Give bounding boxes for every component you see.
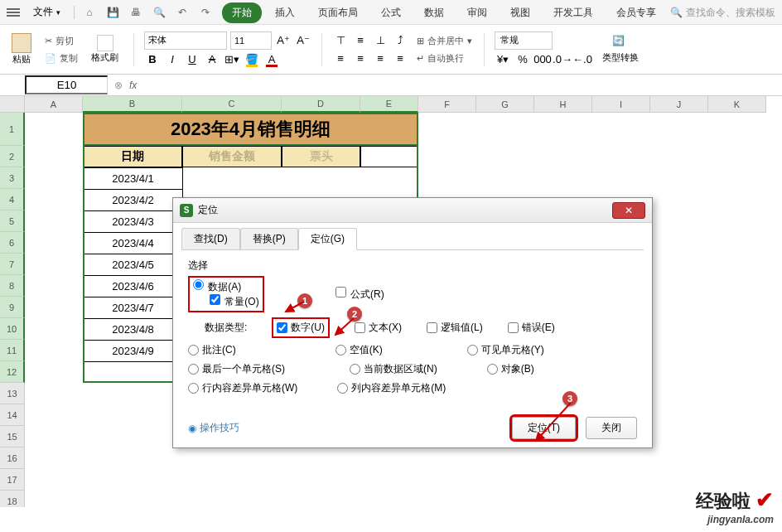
radio-visible[interactable]: 可见单元格(Y) — [467, 343, 544, 357]
ok-button[interactable]: 定位(T) — [512, 417, 576, 439]
date-cell[interactable]: 2023/4/7 — [84, 297, 183, 318]
print-icon[interactable]: 🖶 — [128, 4, 144, 21]
date-cell[interactable]: 2023/4/2 — [84, 189, 183, 210]
row-header[interactable]: 11 — [0, 340, 25, 361]
row-header[interactable]: 13 — [0, 383, 25, 404]
radio-data[interactable]: 数据(A) — [193, 281, 241, 293]
decrease-font-icon[interactable]: A⁻ — [295, 32, 311, 49]
preview-icon[interactable]: 🔍 — [151, 4, 167, 21]
merge-center-button[interactable]: ⊞ 合并居中▾ — [415, 33, 474, 49]
row-header[interactable]: 2 — [0, 146, 25, 167]
align-right-icon[interactable]: ≡ — [372, 51, 389, 67]
row-header[interactable]: 15 — [0, 426, 25, 447]
close-button[interactable]: ✕ — [612, 202, 645, 219]
help-link[interactable]: ◉ 操作技巧 — [188, 421, 239, 435]
close-dialog-button[interactable]: 关闭 — [586, 417, 637, 439]
radio-blank[interactable]: 空值(K) — [335, 343, 383, 357]
header-empty[interactable] — [360, 146, 418, 167]
check-logical[interactable]: 逻辑值(L) — [427, 321, 483, 335]
paste-button[interactable]: 粘贴 — [7, 31, 36, 67]
underline-button[interactable]: U — [184, 51, 200, 68]
strike-button[interactable]: A — [204, 51, 220, 68]
tab-layout[interactable]: 页面布局 — [308, 2, 368, 23]
radio-comment[interactable]: 批注(C) — [188, 343, 236, 357]
wrap-text-button[interactable]: ↵ 自动换行 — [415, 51, 474, 66]
check-text[interactable]: 文本(X) — [355, 321, 402, 335]
home-icon[interactable]: ⌂ — [81, 4, 98, 21]
check-formula[interactable]: 公式(R) — [335, 288, 384, 300]
row-header[interactable]: 16 — [0, 447, 25, 469]
col-header[interactable]: I — [592, 96, 650, 113]
col-header[interactable]: K — [708, 96, 766, 113]
row-header[interactable]: 12 — [0, 361, 25, 383]
decrease-decimal-icon[interactable]: ←.0 — [574, 51, 591, 68]
dialog-titlebar[interactable]: S 定位 ✕ — [173, 198, 652, 223]
radio-last[interactable]: 最后一个单元格(S) — [188, 362, 285, 376]
orientation-icon[interactable]: ⤴ — [392, 32, 408, 49]
col-header[interactable]: J — [650, 96, 708, 113]
align-middle-icon[interactable]: ≡ — [352, 32, 369, 49]
align-left-icon[interactable]: ≡ — [332, 51, 349, 67]
percent-icon[interactable]: % — [514, 51, 531, 68]
header-amount[interactable]: 销售金额 — [182, 146, 282, 167]
radio-col-diff[interactable]: 列内容差异单元格(M) — [337, 381, 446, 395]
undo-icon[interactable]: ↶ — [174, 4, 191, 21]
save-icon[interactable]: 💾 — [104, 4, 121, 21]
italic-button[interactable]: I — [164, 51, 181, 68]
row-header[interactable]: 7 — [0, 254, 25, 275]
font-select[interactable] — [144, 31, 227, 50]
col-header[interactable]: B — [83, 96, 182, 113]
comma-icon[interactable]: 000 — [534, 51, 551, 68]
name-box[interactable] — [25, 75, 108, 94]
row-header[interactable]: 8 — [0, 275, 25, 297]
radio-row-diff[interactable]: 行内容差异单元格(W) — [188, 381, 297, 395]
col-header[interactable]: A — [25, 96, 83, 113]
sheet-title-cell[interactable]: 2023年4月销售明细 — [83, 113, 418, 146]
date-cell[interactable]: 2023/4/9 — [84, 340, 183, 361]
col-header[interactable]: D — [282, 96, 360, 113]
col-header[interactable]: C — [182, 96, 282, 113]
radio-object[interactable]: 对象(B) — [487, 362, 534, 376]
radio-current-region[interactable]: 当前数据区域(N) — [350, 362, 437, 376]
fill-color-button[interactable]: 🪣 — [244, 51, 260, 68]
align-center-icon[interactable]: ≡ — [352, 51, 369, 67]
date-cell[interactable]: 2023/4/3 — [84, 210, 183, 232]
header-date[interactable]: 日期 — [83, 146, 182, 167]
menu-icon[interactable] — [7, 8, 20, 17]
tab-replace[interactable]: 替换(P) — [240, 228, 298, 250]
tab-dev[interactable]: 开发工具 — [543, 2, 603, 23]
tab-goto[interactable]: 定位(G) — [298, 228, 357, 250]
col-header[interactable]: G — [476, 96, 534, 113]
tab-find[interactable]: 查找(D) — [181, 228, 240, 250]
cut-button[interactable]: ✂ 剪切 — [43, 33, 80, 49]
tab-vip[interactable]: 会员专享 — [606, 2, 666, 23]
font-size-select[interactable] — [230, 31, 272, 50]
row-header[interactable]: 4 — [0, 189, 25, 210]
tab-insert[interactable]: 插入 — [265, 2, 305, 23]
bold-button[interactable]: B — [144, 51, 161, 68]
font-color-button[interactable]: A — [263, 51, 280, 68]
align-top-icon[interactable]: ⊤ — [332, 32, 349, 49]
type-convert-button[interactable]: 🔄 类型转换 — [597, 33, 644, 65]
date-cell[interactable]: 2023/4/5 — [84, 254, 183, 275]
row-header[interactable]: 1 — [0, 113, 25, 146]
tab-view[interactable]: 视图 — [500, 2, 540, 23]
redo-icon[interactable]: ↷ — [197, 4, 214, 21]
row-header[interactable]: 18 — [0, 491, 25, 507]
tab-review[interactable]: 审阅 — [457, 2, 497, 23]
row-header[interactable]: 6 — [0, 232, 25, 254]
cancel-icon[interactable]: ⊗ — [114, 80, 123, 91]
date-cell[interactable]: 2023/4/4 — [84, 232, 183, 254]
select-all-corner[interactable] — [0, 96, 25, 113]
check-constant[interactable]: 常量(O) — [210, 296, 259, 307]
increase-font-icon[interactable]: A⁺ — [275, 32, 292, 49]
tab-formula[interactable]: 公式 — [371, 2, 411, 23]
file-menu[interactable]: 文件 ▾ — [27, 3, 67, 21]
row-header[interactable]: 5 — [0, 210, 25, 232]
fx-icon[interactable]: fx — [129, 80, 137, 91]
tab-data[interactable]: 数据 — [414, 2, 454, 23]
date-cell[interactable]: 2023/4/8 — [84, 318, 183, 340]
col-header[interactable]: F — [418, 96, 476, 113]
row-header[interactable]: 3 — [0, 167, 25, 189]
check-error[interactable]: 错误(E) — [508, 321, 555, 335]
